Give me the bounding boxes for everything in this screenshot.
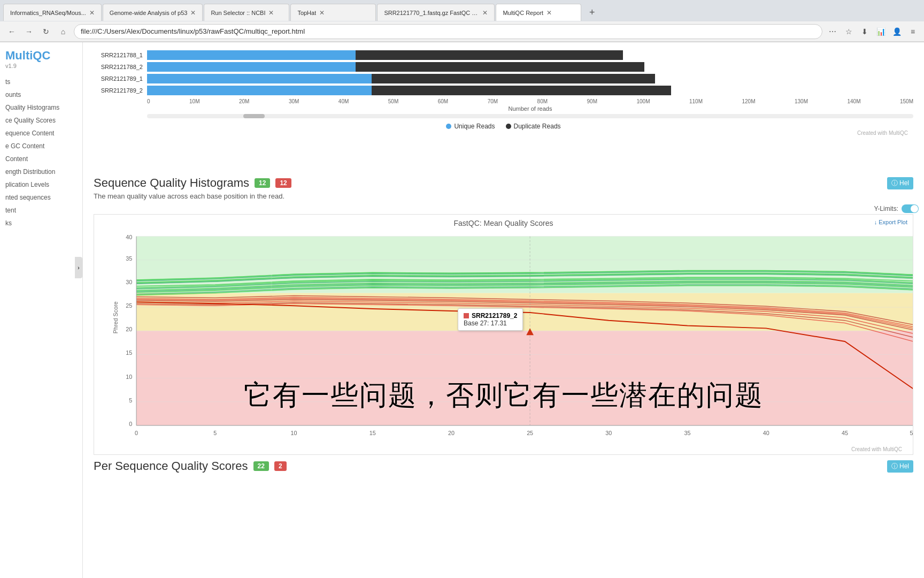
toolbar-icons: ⋯ ☆ ⬇ 📊 👤 ≡ — [827, 26, 919, 37]
bar-unique-3 — [147, 74, 372, 83]
tab-close-1[interactable]: ✕ — [89, 9, 95, 17]
help-button-seq[interactable]: ⓘ Hel — [887, 177, 913, 189]
address-input[interactable] — [74, 24, 822, 39]
sidebar: MultiQC v1.9 ts ounts Quality Histograms… — [0, 42, 83, 578]
sidebar-item-gc-content[interactable]: e GC Content — [0, 140, 82, 153]
tab-bar: Informatics_RNASeq/Mous... ✕ Genome-wide… — [0, 0, 924, 21]
per-seq-section: Per Sequence Quality Scores 22 2 ⓘ Hel — [83, 455, 924, 473]
tab-close-3[interactable]: ✕ — [268, 9, 274, 17]
history-icon[interactable]: 📊 — [875, 26, 887, 37]
extensions-icon[interactable]: ⋯ — [827, 26, 838, 37]
legend-duplicate: Duplicate Reads — [506, 123, 561, 130]
sidebar-item-overrep[interactable]: nted sequences — [0, 191, 82, 204]
y-limits-toggle[interactable] — [902, 204, 919, 213]
sync-icon[interactable]: 👤 — [891, 26, 903, 37]
svg-text:20: 20 — [448, 430, 455, 436]
bar-label-3: SRR2121789_1 — [94, 75, 147, 82]
download-icon[interactable]: ⬇ — [859, 26, 871, 37]
y-limits-bar: Y-Limits: — [83, 203, 924, 214]
svg-text:15: 15 — [126, 349, 132, 356]
forward-button[interactable]: → — [22, 25, 35, 38]
logo-text: MultiQC — [5, 49, 77, 63]
sidebar-item-quality-histograms[interactable]: Quality Histograms — [0, 101, 82, 114]
logo-version: v1.9 — [5, 63, 77, 69]
bar-row-4: SRR2121789_2 — [94, 86, 913, 95]
svg-text:20: 20 — [126, 326, 132, 332]
chart-legend: Unique Reads Duplicate Reads — [94, 123, 913, 130]
tab-close-4[interactable]: ✕ — [319, 9, 325, 17]
tab-genome[interactable]: Genome-wide Analysis of p53 ✕ — [103, 4, 203, 21]
badge-red-12: 12 — [275, 178, 291, 188]
menu-icon[interactable]: ≡ — [907, 26, 919, 37]
tab-tophat[interactable]: TopHat ✕ — [290, 4, 376, 21]
page-container: MultiQC v1.9 ts ounts Quality Histograms… — [0, 42, 924, 578]
new-tab-button[interactable]: + — [584, 5, 599, 20]
svg-text:0: 0 — [129, 421, 132, 427]
sidebar-item-duplication[interactable]: plication Levels — [0, 178, 82, 191]
tab-multiqc[interactable]: MultiQC Report ✕ — [496, 4, 581, 21]
tab-close-5[interactable]: ✕ — [482, 9, 488, 17]
tab-close-6[interactable]: ✕ — [546, 9, 552, 17]
quality-chart-container: FastQC: Mean Quality Scores ↓ Export Plo… — [94, 214, 913, 455]
sample-bars: SRR2121788_1 SRR2121788_2 SRR2 — [94, 50, 913, 95]
svg-text:10: 10 — [126, 374, 132, 380]
sidebar-nav: ts ounts Quality Histograms ce Quality S… — [0, 71, 82, 234]
svg-text:35: 35 — [684, 430, 691, 436]
y-limits-toggle-dot — [911, 205, 918, 212]
svg-text:25: 25 — [527, 430, 533, 436]
quality-chart-svg: 40 35 30 25 20 15 10 5 0 0 — [110, 232, 913, 446]
svg-text:0: 0 — [135, 430, 138, 436]
seq-quality-desc: The mean quality value across each base … — [83, 192, 924, 203]
svg-text:15: 15 — [369, 430, 376, 436]
per-seq-left: Per Sequence Quality Scores 22 2 — [94, 459, 287, 473]
scrollbar-thumb[interactable] — [243, 114, 265, 118]
sidebar-item-content[interactable]: Content — [0, 153, 82, 165]
sidebar-item-content2[interactable]: tent — [0, 204, 82, 217]
export-plot-button[interactable]: ↓ Export Plot — [874, 219, 907, 225]
address-bar: ← → ↻ ⌂ ⋯ ☆ ⬇ 📊 👤 ≡ — [0, 21, 924, 42]
seq-quality-title: Sequence Quality Histograms — [94, 176, 249, 190]
badge-red-2: 2 — [274, 461, 287, 471]
tab-close-2[interactable]: ✕ — [190, 9, 196, 17]
per-seq-title: Per Sequence Quality Scores — [94, 459, 248, 473]
legend-unique-dot — [446, 124, 451, 129]
tab-ncbi[interactable]: Run Selector :: NCBI ✕ — [204, 4, 289, 21]
sidebar-item-ts[interactable]: ts — [0, 75, 82, 88]
badge-green-12: 12 — [255, 178, 270, 188]
bar-row-1: SRR2121788_1 — [94, 50, 913, 60]
svg-text:40: 40 — [126, 234, 132, 240]
svg-text:5: 5 — [213, 430, 217, 436]
sidebar-item-links[interactable]: ks — [0, 217, 82, 230]
created-with-top: Created with MultiQC — [94, 130, 908, 136]
legend-duplicate-dot — [506, 124, 511, 129]
sidebar-collapse-button[interactable]: › — [75, 257, 82, 278]
svg-text:50: 50 — [910, 430, 913, 436]
home-button[interactable]: ⌂ — [57, 25, 70, 38]
sidebar-item-counts[interactable]: ounts — [0, 88, 82, 101]
bar-unique-4 — [147, 86, 372, 95]
tab-informatics[interactable]: Informatics_RNASeq/Mous... ✕ — [3, 4, 102, 21]
svg-text:25: 25 — [126, 302, 132, 309]
bar-label-4: SRR2121789_2 — [94, 87, 147, 94]
help-button-per-seq[interactable]: ⓘ Hel — [887, 460, 913, 473]
sidebar-item-length[interactable]: ength Distribution — [0, 165, 82, 178]
svg-text:45: 45 — [842, 430, 848, 436]
back-button[interactable]: ← — [5, 25, 18, 38]
tab-fastqc[interactable]: SRR2121770_1.fastq.gz FastQC Rep... ✕ — [377, 4, 495, 21]
y-limits-label: Y-Limits: — [874, 205, 898, 212]
sidebar-logo: MultiQC v1.9 — [0, 42, 82, 71]
main-content: SRR2121788_1 SRR2121788_2 SRR2 — [83, 42, 924, 578]
svg-text:30: 30 — [126, 279, 132, 285]
x-axis-title: Number of reads — [147, 105, 913, 112]
bar-dup-4 — [372, 86, 671, 95]
sidebar-item-sequence-content[interactable]: equence Content — [0, 127, 82, 140]
sidebar-item-quality-scores[interactable]: ce Quality Scores — [0, 114, 82, 127]
scrollbar-track[interactable] — [147, 114, 913, 118]
bar-unique-1 — [147, 50, 356, 60]
bookmark-icon[interactable]: ☆ — [843, 26, 854, 37]
svg-text:10: 10 — [290, 430, 297, 436]
badge-green-22: 22 — [253, 461, 269, 471]
svg-text:Phred Score: Phred Score — [112, 301, 119, 333]
refresh-button[interactable]: ↻ — [40, 25, 52, 38]
bar-dup-1 — [356, 50, 623, 60]
